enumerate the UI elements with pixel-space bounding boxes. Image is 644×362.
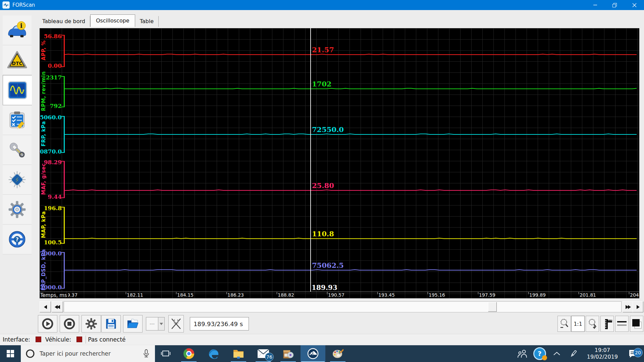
sidebar-item-dtc[interactable]: DTC — [3, 45, 32, 75]
minimize-button[interactable] — [586, 0, 605, 10]
time-tick-mark — [126, 292, 126, 294]
clock-time: 19:07 — [587, 347, 618, 354]
markers-toggle-button[interactable] — [168, 315, 184, 333]
time-tick-label: 195.16 — [429, 292, 445, 298]
channel-min-label: 100.5 — [44, 239, 62, 246]
sidebar-item-tests[interactable] — [3, 105, 32, 135]
sidebar-item-settings[interactable] — [3, 195, 32, 225]
channel-name-label: MAF, g/sec — [41, 163, 47, 195]
bracket-tick — [61, 288, 64, 289]
pen-tray-button[interactable] — [565, 349, 582, 358]
channel-max-label: 196.8 — [44, 205, 62, 212]
vehicle-label: Véhicule: — [45, 336, 71, 343]
save-button[interactable] — [101, 315, 121, 333]
sidebar-item-programming[interactable] — [3, 165, 32, 195]
chrome-icon — [183, 348, 194, 359]
task-view-button[interactable] — [155, 345, 176, 362]
car-info-icon: i — [7, 20, 28, 40]
open-button[interactable] — [123, 315, 143, 333]
bracket-tick — [61, 243, 64, 244]
start-button[interactable] — [0, 345, 21, 362]
zoom-in-button[interactable] — [586, 316, 599, 332]
sidebar-item-service[interactable] — [3, 135, 32, 165]
time-tick-label: 197.59 — [479, 292, 495, 298]
taskbar-app-edge[interactable] — [201, 345, 226, 362]
time-tick-label: 204 — [630, 292, 639, 298]
cursor-time-label: 189.93 — [312, 284, 337, 292]
scroll-fast-right-button[interactable] — [623, 301, 634, 312]
tab-table[interactable]: Table — [135, 16, 159, 27]
cortana-icon — [25, 349, 35, 358]
oscilloscope-settings-button[interactable] — [82, 315, 101, 333]
tab-tableau-de-bord[interactable]: Tableau de bord — [38, 16, 90, 27]
close-button[interactable] — [625, 0, 644, 10]
restore-button[interactable] — [605, 0, 625, 10]
gear-icon — [7, 200, 27, 219]
taskbar-app-chrome[interactable] — [176, 345, 201, 362]
taskbar-app-mail[interactable]: 76 — [251, 345, 276, 362]
channel-min-label: 792 — [50, 103, 62, 109]
taskbar-clock[interactable]: 19:07 19/02/2019 — [587, 347, 618, 360]
sidebar-item-oscilloscope[interactable] — [3, 75, 32, 105]
bracket-tick — [61, 161, 64, 162]
taskbar-app-installer[interactable] — [276, 345, 301, 362]
connection-status: Pas connecté — [88, 336, 125, 343]
svg-text:i: i — [20, 22, 22, 29]
bracket-tick — [61, 76, 64, 77]
time-tick-mark — [226, 292, 227, 294]
interface-label: Interface: — [3, 336, 30, 343]
taskbar-app-paint[interactable] — [325, 345, 350, 362]
search-input[interactable]: Taper ici pour rechercher — [21, 345, 155, 362]
time-tick-label: 190.57 — [328, 292, 344, 298]
time-cursor-line[interactable] — [310, 28, 311, 292]
stop-button[interactable] — [60, 315, 79, 333]
zoom-out-button[interactable] — [557, 316, 571, 332]
dropdown-arrow-icon[interactable] — [158, 317, 164, 330]
time-axis-title: Temps, ms — [40, 292, 68, 298]
taskbar-app-forscan[interactable] — [301, 345, 325, 362]
taskbar: Taper ici pour rechercher — [0, 345, 644, 362]
time-tick-mark — [478, 292, 478, 294]
zoom-ratio-button[interactable]: 1:1 — [571, 316, 585, 332]
tab-oscilloscope[interactable]: Oscilloscope — [90, 14, 135, 27]
scroll-right-button[interactable] — [633, 301, 643, 312]
file-explorer-icon — [233, 349, 244, 359]
line-style-icon — [616, 320, 627, 328]
show-hidden-icons-button[interactable] — [549, 352, 565, 356]
scrollbar-thumb[interactable] — [488, 302, 497, 312]
time-tick-mark — [528, 292, 529, 294]
background-color-button[interactable] — [630, 316, 643, 332]
play-button[interactable] — [38, 315, 57, 333]
line-style-button[interactable] — [615, 316, 629, 332]
action-center-button[interactable]: 20 — [623, 349, 644, 358]
channel-range-bracket — [64, 161, 65, 198]
ruler-button[interactable] — [600, 316, 614, 332]
scroll-left-button[interactable] — [40, 301, 51, 312]
marker-dropdown[interactable]: --- — [146, 317, 165, 330]
cursor-value-4: 25.80 — [312, 181, 334, 190]
bracket-tick — [61, 116, 64, 117]
bracket-tick — [61, 207, 64, 207]
oscilloscope-plot[interactable]: APP, %56.860.0021.57RPM, rev/min23177921… — [40, 28, 639, 298]
time-tick-label: 199.89 — [529, 292, 546, 298]
time-tick-mark — [277, 292, 277, 294]
taskbar-app-file-explorer[interactable] — [226, 345, 251, 362]
installer-icon — [282, 348, 294, 359]
time-tick-label: 193.45 — [378, 292, 395, 298]
cursor-value-5: 110.8 — [312, 230, 334, 238]
scrollbar-track[interactable] — [64, 301, 622, 312]
people-button[interactable] — [514, 349, 531, 358]
bracket-tick — [61, 107, 64, 107]
status-bar: Interface: Véhicule: Pas connecté — [0, 334, 644, 345]
help-tray-button[interactable]: ? — [531, 347, 549, 360]
sidebar-item-vehicle-info[interactable]: i — [3, 15, 32, 45]
bracket-tick — [61, 197, 64, 198]
windows-logo-icon — [7, 350, 14, 357]
scroll-fast-left-button[interactable] — [52, 301, 63, 312]
channel-name-5: MAP, kPa — [41, 211, 47, 239]
svg-text:DTC: DTC — [12, 61, 22, 66]
channel-name-label: FRP_DSD, kPa — [41, 249, 47, 291]
sidebar-item-help[interactable]: ? — [3, 225, 32, 254]
microphone-icon[interactable] — [143, 349, 150, 358]
channel-range-bracket — [64, 252, 65, 289]
